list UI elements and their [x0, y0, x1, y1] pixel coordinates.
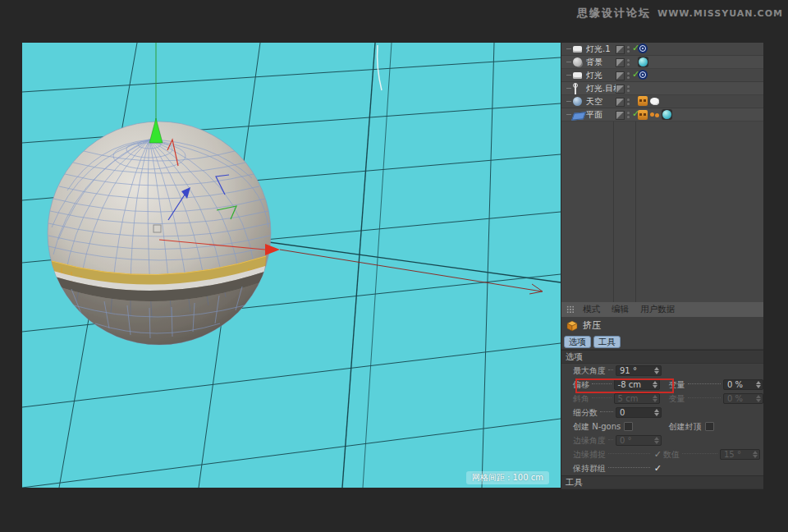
viewport-3d[interactable]: 网格间距 : 100 cm: [22, 43, 561, 488]
field-value[interactable]: 0 %: [727, 380, 743, 389]
active-tool-name: 挤压: [583, 319, 601, 332]
field-label: 创建 N-gons: [573, 421, 621, 433]
tree-tick: [566, 114, 571, 115]
background-icon: [573, 57, 582, 66]
field-value[interactable]: -8 cm: [618, 380, 641, 389]
tree-tick: [566, 88, 571, 89]
object-name[interactable]: 天空: [586, 96, 602, 108]
spinner-icon[interactable]: [653, 409, 659, 416]
dot-leader: [608, 453, 650, 454]
material-thumbnail[interactable]: [638, 57, 648, 67]
menu-edit[interactable]: 编辑: [612, 304, 629, 315]
dot-leader: [682, 453, 717, 454]
visibility-dots[interactable]: [627, 112, 630, 114]
field-label: 边缘角度: [573, 435, 606, 447]
target-tag-icon[interactable]: [638, 70, 648, 80]
attribute-menubar[interactable]: 模式 编辑 用户数据: [561, 302, 763, 317]
panel-grid-icon[interactable]: [566, 305, 575, 314]
layer-toggle[interactable]: [616, 71, 625, 80]
spinner-icon: [652, 395, 657, 402]
compositing-tag-icon[interactable]: [638, 110, 648, 120]
sphere-object[interactable]: [48, 122, 271, 351]
object-manager-panel[interactable]: 灯光.1 ✓ 背景 灯光 ✓ 灯光.目标 天空: [561, 43, 763, 302]
spinner-icon: [752, 451, 758, 458]
object-name[interactable]: 灯光.1: [586, 44, 611, 55]
field-label: 保持群组: [573, 463, 606, 475]
spinner-icon[interactable]: [652, 381, 657, 388]
compositing-tag-icon[interactable]: [638, 96, 648, 106]
field-value: 15 °: [724, 450, 741, 459]
layer-toggle[interactable]: [616, 111, 625, 120]
field-row-offset: 偏移 -8 cm 变量 0 %: [561, 378, 763, 392]
preserve-groups-check[interactable]: ✓: [654, 465, 662, 473]
subdivision-input[interactable]: 0: [616, 407, 662, 418]
active-tool-row: 挤压: [561, 317, 763, 334]
field-label: 细分数: [573, 407, 598, 419]
object-row-plane[interactable]: 平面 ✓: [561, 108, 763, 122]
max-angle-input[interactable]: 91 °: [616, 365, 662, 376]
field-row-max-angle: 最大角度 91 °: [561, 364, 763, 378]
edge-angle-input: 0 °: [616, 435, 662, 446]
spinner-icon[interactable]: [653, 367, 659, 374]
dot-leader: [608, 467, 650, 468]
spinner-icon[interactable]: [755, 381, 761, 388]
offset-input[interactable]: -8 cm: [614, 379, 660, 390]
dot-leader: [608, 369, 613, 370]
tree-tick: [566, 101, 571, 102]
object-row-sky[interactable]: 天空: [561, 95, 763, 108]
layer-toggle[interactable]: [616, 85, 625, 94]
dots-tag-icon[interactable]: [650, 112, 654, 117]
attribute-tabs[interactable]: 选项 工具: [561, 334, 763, 350]
visibility-dots[interactable]: [627, 59, 630, 62]
field-label: 偏移: [573, 379, 589, 391]
field-label: 斜角: [573, 393, 589, 405]
material-thumbnail[interactable]: [662, 109, 672, 120]
field-value[interactable]: 91 °: [620, 366, 637, 375]
edge-snap-check[interactable]: ✓: [654, 451, 662, 459]
field-row-subdivision: 细分数 0: [561, 406, 763, 420]
tab-tool[interactable]: 工具: [593, 336, 621, 348]
field-label: 变量: [669, 379, 685, 391]
viewport-canvas[interactable]: [22, 43, 561, 488]
create-caps-checkbox[interactable]: [705, 422, 714, 431]
visibility-dots[interactable]: [627, 85, 630, 88]
field-value[interactable]: 0: [620, 408, 625, 417]
layer-toggle[interactable]: [616, 98, 625, 107]
object-row-background[interactable]: 背景: [561, 56, 763, 69]
object-row-light[interactable]: 灯光 ✓: [561, 69, 763, 82]
value-input: 15 °: [720, 449, 760, 460]
cloud-tag-icon[interactable]: [650, 98, 659, 105]
object-name[interactable]: 灯光: [586, 70, 602, 81]
object-name[interactable]: 背景: [586, 57, 602, 68]
field-label: 变量: [669, 393, 685, 405]
tab-options[interactable]: 选项: [564, 336, 591, 348]
field-row-bevel: 斜角 5 cm 变量 0 %: [561, 392, 763, 406]
section-header-options[interactable]: 选项: [561, 350, 763, 364]
attribute-manager-panel[interactable]: 模式 编辑 用户数据 挤压 选项 工具 选项 最大角度 91 °: [561, 302, 763, 489]
target-tag-icon[interactable]: [638, 44, 648, 53]
field-value: 0 %: [727, 394, 743, 403]
x-axis-arrow[interactable]: [265, 244, 280, 255]
field-label: 数值: [663, 449, 680, 461]
menu-mode[interactable]: 模式: [583, 304, 600, 315]
visibility-dots[interactable]: [627, 99, 630, 101]
light-icon: [573, 46, 582, 53]
world-x-axis-arrowhead: [529, 284, 543, 294]
object-name[interactable]: 平面: [586, 109, 602, 121]
plane-icon: [571, 112, 586, 120]
dot-leader: [608, 439, 613, 440]
world-x-axis-line: [280, 250, 542, 291]
create-ngons-checkbox[interactable]: [624, 422, 633, 431]
field-label: 最大角度: [573, 365, 606, 377]
visibility-dots[interactable]: [627, 72, 630, 75]
object-row-light1[interactable]: 灯光.1 ✓: [561, 43, 763, 56]
light-target-icon: [575, 84, 576, 94]
layer-toggle[interactable]: [616, 45, 625, 54]
layer-toggle[interactable]: [616, 58, 625, 67]
watermark: 思缘设计论坛 WWW.MISSYUAN.COM: [577, 6, 783, 21]
visibility-dots[interactable]: [627, 46, 630, 48]
object-row-light-target[interactable]: 灯光.目标: [561, 82, 763, 95]
menu-userdata[interactable]: 用户数据: [640, 304, 675, 315]
section-header-tool[interactable]: 工具: [561, 475, 763, 489]
variance-input[interactable]: 0 %: [723, 379, 763, 390]
